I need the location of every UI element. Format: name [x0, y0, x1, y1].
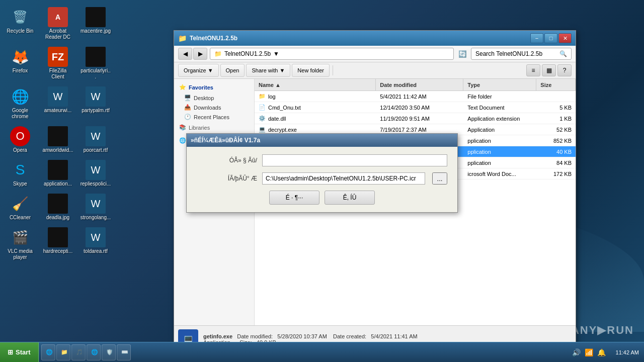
taskbar-ie-icon[interactable]: 🌐 [41, 344, 55, 360]
network-nav-icon: 🌐 [179, 137, 186, 144]
desktop-icon-opera[interactable]: O Opera [3, 124, 38, 155]
share-chevron: ▼ [279, 67, 285, 73]
nav-item-desktop[interactable]: 🖥️ Desktop [174, 93, 254, 103]
file-size: 52 KB [536, 126, 576, 134]
status-date-created-label: Date created: [333, 333, 366, 339]
macentire-icon [86, 7, 106, 27]
desktop-icon-skype[interactable]: S Skype [3, 158, 38, 189]
nav-libraries[interactable]: 📚 Libraries [174, 122, 254, 133]
file-size: 852 KB [536, 137, 576, 145]
desktop-icon-recycle-bin[interactable]: 🗑️ Recycle Bin [3, 5, 38, 42]
taskbar-media-icon[interactable]: 🎵 [71, 344, 86, 360]
address-bar[interactable]: 📁 TelnetONU1.2.5b ▼ [210, 48, 454, 60]
taskbar-chrome-icon[interactable]: 🌐 [87, 344, 101, 360]
taskbar-network-icon[interactable]: 📶 [585, 348, 593, 356]
open-label: Open [226, 67, 239, 73]
minimize-button[interactable]: − [530, 33, 543, 43]
table-row[interactable]: 📄 Cmd_Onu.txt 12/14/2020 3:50 AM Text Do… [255, 102, 576, 113]
taskbar-cmd-icon[interactable]: ⌨️ [117, 344, 131, 360]
nav-item-recent[interactable]: 🕐 Recent Places [174, 112, 254, 122]
desktop-icon-chrome[interactable]: 🌐 Google chrome [3, 84, 38, 122]
recent-nav-icon: 🕐 [184, 114, 191, 120]
chrome-icon: 🌐 [10, 86, 30, 107]
help-button[interactable]: ? [557, 64, 572, 76]
maximize-button[interactable]: □ [544, 33, 557, 43]
deadla-icon [48, 194, 68, 214]
taskbar-action-center-icon[interactable]: 🔔 [597, 348, 606, 356]
desktop-icon-strongolang[interactable]: W strongolang... [78, 192, 113, 223]
file-size [536, 96, 576, 98]
forward-button[interactable]: ▶ [193, 48, 207, 60]
taskbar-sound-icon[interactable]: 🔊 [572, 348, 581, 356]
desktop-icon-vlc[interactable]: 🎬 VLC media player [3, 225, 38, 262]
dialog-cancel-button[interactable]: Ê, ÍÛ [325, 191, 375, 205]
view-list-button[interactable]: ≡ [526, 64, 540, 76]
favorites-label: Favorites [189, 84, 213, 90]
dialog-browse-button[interactable]: ... [432, 172, 447, 185]
txt-file-icon: 📄 [259, 104, 266, 111]
desktop-icon-acrobat[interactable]: A Acrobat Reader DC [40, 5, 75, 42]
filezilla-icon: FZ [48, 47, 68, 67]
desktop-icon-filezilla[interactable]: FZ FileZilla Client [40, 45, 75, 82]
desktop-icon-poorcart[interactable]: W poorcart.rtf [78, 124, 113, 155]
recycle-bin-label: Recycle Bin [7, 28, 34, 34]
dialog-ok-button[interactable]: É · ¶··· [269, 191, 319, 205]
table-row[interactable]: ⚙️ date.dll 11/19/2020 9:51 AM Applicati… [255, 113, 576, 124]
libraries-nav-icon: 📚 [179, 124, 186, 131]
start-button[interactable]: ⊞ Start [0, 342, 39, 363]
desktop-icon-row-1: 🦊 Firefox FZ FileZilla Client particular… [3, 45, 113, 82]
window-titlebar: 📁 TelnetONU1.2.5b − □ ✕ [174, 31, 576, 46]
col-header-name[interactable]: Name ▲ [255, 79, 376, 90]
folder-file-icon: 📁 [259, 93, 266, 100]
col-header-size[interactable]: Size [536, 79, 576, 90]
file-date: 12/14/2020 3:50 AM [376, 104, 463, 112]
col-header-date[interactable]: Date modified [376, 79, 463, 90]
desktop-icon-amateurwi[interactable]: W amateurwi... [40, 84, 75, 122]
desktop-icon-firefox[interactable]: 🦊 Firefox [3, 45, 38, 82]
organize-chevron: ▼ [208, 67, 213, 73]
favorites-star-icon: ⭐ [179, 84, 186, 90]
refresh-button[interactable]: 🔄 [456, 48, 468, 60]
organize-button[interactable]: Organize ▼ [178, 64, 219, 77]
open-button[interactable]: Open [220, 64, 245, 77]
file-type: icrosoft Word Doc... [463, 170, 536, 178]
dialog-path-field[interactable] [262, 172, 425, 185]
desktop-icon-hardrecepti[interactable]: hardrecepti... [40, 225, 75, 262]
back-button[interactable]: ◀ [178, 48, 192, 60]
status-date-modified: 5/28/2020 10:37 AM [277, 333, 327, 339]
dialog-input-field[interactable] [262, 154, 447, 166]
file-date: 7/19/2017 2:37 AM [376, 126, 463, 134]
address-bar-area: ◀ ▶ 📁 TelnetONU1.2.5b ▼ 🔄 Search TelnetO… [174, 46, 576, 62]
view-details-button[interactable]: ▦ [542, 64, 556, 76]
desktop-nav-icon: 🖥️ [184, 95, 191, 101]
favorites-section[interactable]: ⭐ Favorites [174, 81, 254, 93]
particularly-label: particularlyri... [80, 68, 111, 80]
desktop-icon-macentire[interactable]: macentire.jpg [78, 5, 113, 42]
col-header-type[interactable]: Type [463, 79, 536, 90]
desktop-icon-partypalm[interactable]: W partypalm.rtf [78, 84, 113, 122]
desktop-icon-amworldwid[interactable]: amworldwid... [40, 124, 75, 155]
desktop-icon-application[interactable]: application... [40, 158, 75, 189]
share-button[interactable]: Share with ▼ [246, 64, 290, 77]
taskbar-folder-icon[interactable]: 📁 [56, 344, 70, 360]
file-name-cell: 📄 Cmd_Onu.txt [255, 103, 376, 112]
search-bar[interactable]: Search TelnetONU1.2.5b 🔍 [471, 48, 572, 60]
table-row[interactable]: 📁 log 5/4/2021 11:42 AM File folder [255, 91, 576, 102]
anyrun-logo: ANY▶RUN [571, 324, 634, 337]
close-button[interactable]: ✕ [558, 33, 572, 43]
skype-icon: S [10, 160, 30, 180]
desktop-icon-deadla[interactable]: deadla.jpg [40, 192, 75, 223]
desktop-icon-ccleaner[interactable]: 🧹 CCleaner [3, 192, 38, 223]
taskbar-shield-icon[interactable]: 🛡️ [102, 344, 116, 360]
nav-item-downloads[interactable]: 📥 Downloads [174, 103, 254, 112]
new-folder-button[interactable]: New folder [292, 64, 330, 77]
desktop-icon-repliespolici[interactable]: W repliespolici... [78, 158, 113, 189]
amateurwi-label: amateurwi... [44, 108, 71, 114]
desktop-icon-toldarea[interactable]: W toldarea.rtf [78, 225, 113, 262]
dropdown-icon: ▼ [273, 50, 279, 57]
dialog-path-label: ÍÃ/þÃÛ° Æ [197, 175, 257, 182]
desktop-icon-particularly[interactable]: particularlyri... [78, 45, 113, 82]
taskbar-clock[interactable]: 11:42 AM [611, 349, 644, 355]
desktop-icon-row-2: 🌐 Google chrome W amateurwi... W partypa… [3, 84, 113, 122]
amworldwid-icon [48, 126, 68, 146]
